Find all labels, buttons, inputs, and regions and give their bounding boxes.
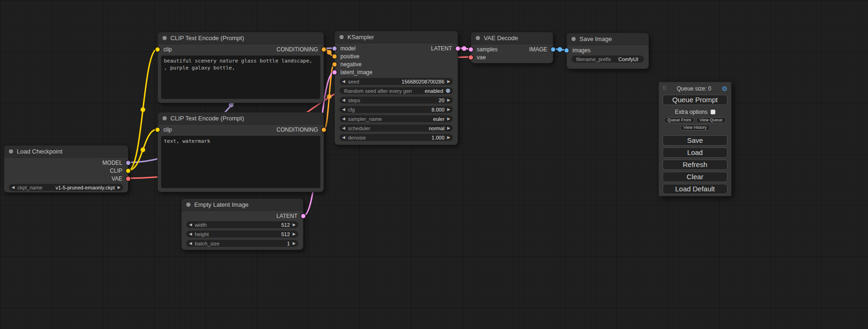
- node-titlebar[interactable]: Save Image: [567, 33, 649, 45]
- widget-label: seed: [348, 79, 359, 84]
- save-button[interactable]: Save: [663, 135, 727, 146]
- vae-input-dot[interactable]: [469, 55, 473, 59]
- wire-dot: [462, 46, 466, 51]
- decrement-arrow-icon[interactable]: ◀: [342, 125, 345, 132]
- vae-input-label: vae: [477, 54, 486, 61]
- increment-arrow-icon[interactable]: ▶: [447, 115, 450, 122]
- widget-filename-prefix[interactable]: filename_prefix ComfyUI: [572, 56, 644, 63]
- node-clip-text-encode-negative[interactable]: CLIP Text Encode (Prompt) clip CONDITION…: [157, 112, 324, 192]
- increment-arrow-icon[interactable]: ▶: [293, 231, 296, 238]
- decrement-arrow-icon[interactable]: ◀: [342, 115, 345, 122]
- widget-cfg[interactable]: ◀ cfg 8.000 ▶: [339, 106, 453, 113]
- clip-output-dot[interactable]: [126, 168, 130, 173]
- node-vae-decode[interactable]: VAE Decode samples vae IMAGE: [471, 32, 553, 63]
- node-titlebar[interactable]: CLIP Text Encode (Prompt): [158, 32, 324, 44]
- collapse-dot[interactable]: [476, 36, 480, 40]
- increment-arrow-icon[interactable]: ▶: [118, 184, 120, 191]
- collapse-dot[interactable]: [162, 36, 167, 40]
- load-default-button[interactable]: Load Default: [663, 184, 727, 194]
- widget-steps[interactable]: ◀ steps 20 ▶: [339, 97, 453, 104]
- collapse-dot[interactable]: [9, 149, 13, 154]
- node-titlebar[interactable]: CLIP Text Encode (Prompt): [158, 112, 324, 125]
- toggle-knob[interactable]: [446, 89, 450, 93]
- extra-options-checkbox[interactable]: [711, 110, 715, 114]
- node-clip-text-encode-positive[interactable]: CLIP Text Encode (Prompt) clip CONDITION…: [157, 32, 324, 103]
- prompt-textarea[interactable]: text, watermark: [161, 136, 320, 188]
- positive-input-dot[interactable]: [332, 54, 337, 58]
- widget-label: width: [195, 222, 207, 228]
- collapse-dot[interactable]: [339, 35, 344, 39]
- drag-handle-icon[interactable]: ⠿: [663, 86, 666, 91]
- latent-image-input-dot[interactable]: [332, 70, 337, 74]
- widget-height[interactable]: ◀ height 512 ▶: [186, 231, 298, 238]
- settings-gear-icon[interactable]: ⚙: [721, 85, 727, 92]
- refresh-button[interactable]: Refresh: [663, 160, 727, 170]
- widget-sampler-name[interactable]: ◀ sampler_name euler ▶: [339, 115, 453, 122]
- wire-clip-positive: [128, 49, 157, 170]
- collapse-dot[interactable]: [162, 116, 167, 120]
- widget-ckpt-name[interactable]: ◀ ckpt_name v1-5-pruned-emaonly.ckpt ▶: [9, 184, 123, 191]
- decrement-arrow-icon[interactable]: ◀: [12, 184, 14, 191]
- node-titlebar[interactable]: Empty Latent Image: [182, 199, 303, 211]
- node-load-checkpoint[interactable]: Load Checkpoint MODEL CLIP VAE ◀ ckpt_na…: [4, 145, 128, 193]
- decrement-arrow-icon[interactable]: ◀: [189, 221, 192, 228]
- wire-dot: [557, 47, 562, 52]
- increment-arrow-icon[interactable]: ▶: [447, 97, 450, 104]
- node-ksampler[interactable]: KSampler model positive negative lat: [334, 31, 458, 145]
- clip-input-dot[interactable]: [155, 47, 160, 51]
- model-output-dot[interactable]: [126, 161, 130, 165]
- conditioning-output-dot[interactable]: [322, 47, 326, 51]
- increment-arrow-icon[interactable]: ▶: [447, 78, 450, 85]
- widget-label: sampler_name: [348, 116, 382, 122]
- inputs-column: samples vae: [471, 45, 512, 61]
- clip-input-dot[interactable]: [155, 127, 160, 132]
- increment-arrow-icon[interactable]: ▶: [447, 125, 450, 132]
- widget-width[interactable]: ◀ width 512 ▶: [186, 221, 298, 228]
- collapse-dot[interactable]: [186, 203, 191, 207]
- widget-seed[interactable]: ◀ seed 156680208700286 ▶: [339, 78, 453, 85]
- widget-label: cfg: [348, 107, 355, 112]
- prompt-textarea[interactable]: beautiful scenery nature glass bottle la…: [161, 56, 320, 99]
- samples-input-dot[interactable]: [469, 47, 473, 51]
- increment-arrow-icon[interactable]: ▶: [447, 134, 450, 141]
- widget-label: steps: [348, 98, 360, 103]
- conditioning-output-dot[interactable]: [322, 127, 326, 132]
- decrement-arrow-icon[interactable]: ◀: [342, 106, 345, 113]
- widget-batch-size[interactable]: ◀ batch_size 1 ▶: [186, 240, 298, 247]
- view-history-button[interactable]: View History: [680, 125, 710, 131]
- node-empty-latent-image[interactable]: Empty Latent Image LATENT ◀ width 512 ▶ …: [181, 198, 303, 250]
- increment-arrow-icon[interactable]: ▶: [447, 106, 450, 113]
- clear-button[interactable]: Clear: [663, 172, 727, 182]
- node-titlebar[interactable]: KSampler: [335, 31, 458, 43]
- node-save-image[interactable]: Save Image images filename_prefix ComfyU…: [566, 33, 649, 69]
- vae-output-dot[interactable]: [126, 176, 130, 181]
- queue-front-button[interactable]: Queue Front: [664, 117, 694, 123]
- widget-denoise[interactable]: ◀ denoise 1.000 ▶: [339, 134, 453, 141]
- decrement-arrow-icon[interactable]: ◀: [189, 240, 192, 247]
- decrement-arrow-icon[interactable]: ◀: [189, 231, 192, 238]
- decrement-arrow-icon[interactable]: ◀: [342, 78, 345, 85]
- node-titlebar[interactable]: VAE Decode: [471, 32, 553, 44]
- increment-arrow-icon[interactable]: ▶: [293, 240, 296, 247]
- node-title: Save Image: [579, 35, 612, 42]
- model-input-dot[interactable]: [332, 46, 337, 50]
- node-titlebar[interactable]: Load Checkpoint: [4, 146, 128, 158]
- images-input-dot[interactable]: [565, 48, 569, 52]
- latent-output-dot[interactable]: [301, 214, 305, 218]
- negative-input-dot[interactable]: [332, 62, 337, 66]
- widget-label: scheduler: [348, 126, 370, 131]
- decrement-arrow-icon[interactable]: ◀: [342, 97, 345, 104]
- decrement-arrow-icon[interactable]: ◀: [342, 134, 345, 141]
- increment-arrow-icon[interactable]: ▶: [293, 221, 296, 228]
- node-canvas[interactable]: Load Checkpoint MODEL CLIP VAE ◀ ckpt_na…: [0, 0, 868, 329]
- model-output-label: MODEL: [102, 160, 122, 166]
- load-button[interactable]: Load: [663, 147, 727, 158]
- latent-output-dot[interactable]: [456, 46, 460, 50]
- widget-random-seed[interactable]: Random seed after every gen enabled: [339, 87, 453, 94]
- collapse-dot[interactable]: [572, 37, 576, 41]
- inputs-column: model positive negative latent_image: [335, 44, 396, 76]
- image-output-dot[interactable]: [551, 47, 555, 51]
- view-queue-button[interactable]: View Queue: [696, 117, 726, 123]
- widget-scheduler[interactable]: ◀ scheduler normal ▶: [339, 125, 453, 132]
- queue-prompt-button[interactable]: Queue Prompt: [663, 95, 727, 105]
